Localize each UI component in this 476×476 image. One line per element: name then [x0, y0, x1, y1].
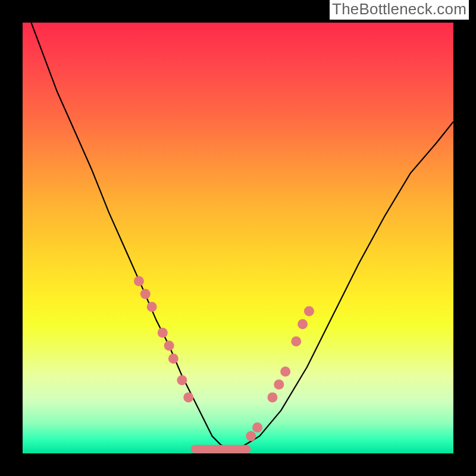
chart-frame: TheBottleneck.com	[0, 0, 476, 476]
chart-overlay	[23, 23, 453, 453]
marker-dot	[134, 276, 144, 286]
marker-dot	[140, 289, 151, 299]
marker-dot	[280, 367, 290, 377]
marker-dot	[164, 341, 174, 351]
marker-dot	[274, 380, 284, 390]
marker-dot	[177, 375, 187, 385]
marker-dot	[158, 328, 168, 338]
marker-dot	[246, 431, 256, 441]
marker-dot	[183, 392, 193, 402]
marker-dot	[147, 302, 157, 312]
markers-right-group	[246, 306, 314, 441]
marker-dot	[168, 353, 178, 364]
marker-dot	[252, 422, 262, 433]
marker-dot	[298, 319, 308, 329]
marker-dot	[267, 392, 277, 402]
attribution-label: TheBottleneck.com	[330, 0, 469, 20]
marker-dot	[291, 336, 301, 346]
markers-left-group	[134, 276, 193, 402]
marker-dot	[304, 306, 314, 317]
bottleneck-curve	[32, 23, 454, 449]
